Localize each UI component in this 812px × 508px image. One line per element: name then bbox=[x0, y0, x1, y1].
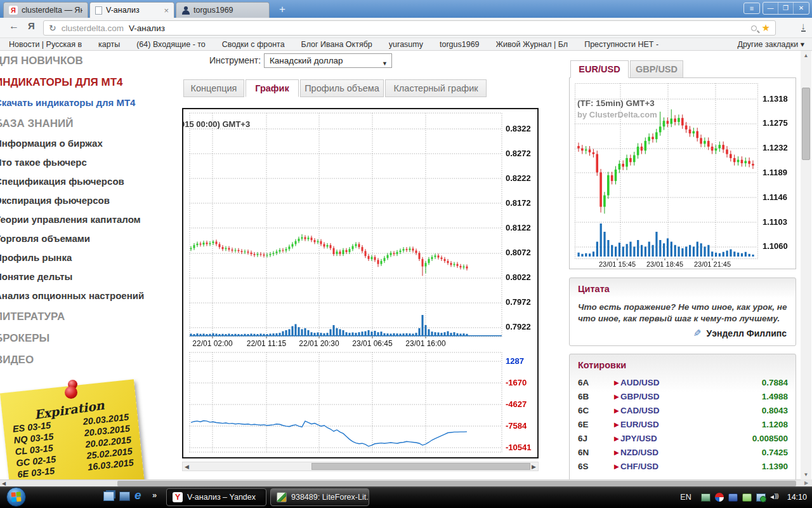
bookmark-item[interactable]: Сводки с фронта bbox=[222, 40, 285, 49]
pair-link[interactable]: AUD/USD bbox=[620, 378, 660, 387]
close-icon[interactable]: × bbox=[164, 6, 169, 15]
bookmark-item[interactable]: карты bbox=[98, 40, 120, 49]
tray-antivirus-icon[interactable] bbox=[715, 493, 724, 502]
bookmark-item[interactable]: Живой Журнал | Бл bbox=[496, 40, 568, 49]
sidebar-item[interactable]: Понятие дельты bbox=[0, 270, 179, 284]
reload-icon[interactable]: ↻ bbox=[49, 23, 56, 33]
internet-explorer-icon[interactable]: e bbox=[134, 490, 145, 500]
search-icon[interactable] bbox=[751, 25, 757, 31]
start-button[interactable] bbox=[6, 487, 26, 507]
quote-text: Что есть поражение? Не что иное, как уро… bbox=[570, 294, 796, 324]
scroll-right-icon[interactable]: ▶ bbox=[532, 463, 536, 471]
tab-title: clusterdelta — Яндекс bbox=[22, 6, 82, 15]
new-tab-button[interactable]: + bbox=[274, 3, 291, 17]
instrument-value: Канадский доллар bbox=[270, 56, 343, 65]
bookmark-star-icon[interactable]: ★ bbox=[762, 22, 770, 34]
tab-gbpusd[interactable]: GBP/USD bbox=[630, 60, 683, 78]
bookmark-item[interactable]: Преступности НЕТ - bbox=[584, 40, 658, 49]
chevron-right-icon[interactable]: » bbox=[152, 490, 157, 500]
pair-link[interactable]: CAD/USD bbox=[620, 406, 660, 415]
sidebar-item[interactable]: Спецификация фьючерсов bbox=[0, 175, 179, 189]
tray-app-icon[interactable] bbox=[728, 493, 738, 502]
right-arrow-icon: ▶ bbox=[614, 421, 619, 428]
language-indicator[interactable]: EN bbox=[680, 493, 691, 502]
pair-link[interactable]: NZD/USD bbox=[620, 448, 658, 457]
pair-link[interactable]: JPY/USD bbox=[620, 434, 657, 443]
yandex-home-icon[interactable]: Я bbox=[28, 20, 35, 31]
bookmark-item[interactable]: yurasumy bbox=[389, 40, 423, 49]
browser-tab-3[interactable]: torgus1969 bbox=[176, 2, 270, 18]
quotes-panel: Котировки 6A▶AUD/USD0.78846B▶GBP/USD1.49… bbox=[569, 354, 796, 479]
quote-row: 6N▶NZD/USD0.7425 bbox=[570, 448, 796, 462]
tray-network-icon[interactable] bbox=[756, 493, 766, 502]
right-arrow-icon: ▶ bbox=[614, 449, 619, 456]
instrument-select[interactable]: Канадский доллар ▼ bbox=[264, 53, 392, 68]
page-horizontal-scrollbar[interactable]: ◀ bbox=[0, 479, 801, 486]
pair-value: 0.008500 bbox=[752, 434, 788, 443]
content-tab-3[interactable]: Профиль объема bbox=[300, 79, 384, 97]
scroll-up-icon[interactable]: ▲ bbox=[801, 51, 811, 61]
quote-panel: Цитата Что есть поражение? Не что иное, … bbox=[569, 277, 796, 346]
scroll-down-icon[interactable]: ▼ bbox=[801, 470, 811, 480]
chart-horizontal-scrollbar[interactable]: ◀ ▶ bbox=[182, 462, 539, 471]
sidebar-item[interactable]: Теории управления капиталом bbox=[0, 213, 179, 227]
menu-icon[interactable]: ≡ bbox=[743, 3, 760, 14]
sidebar-item: ЛИТЕРАТУРА bbox=[0, 309, 179, 324]
browser-tab-1[interactable]: Я clusterdelta — Яндекс bbox=[3, 2, 88, 18]
instrument-label: Инструмент: bbox=[209, 55, 261, 65]
other-bookmarks-button[interactable]: Другие закладки ▾ bbox=[737, 39, 804, 49]
maximize-button[interactable]: ❐ bbox=[778, 3, 794, 14]
right-arrow-icon: ▶ bbox=[614, 407, 619, 414]
tab-eurusd[interactable]: EUR/USD bbox=[570, 60, 629, 78]
sidebar-item[interactable]: Анализ опционных настроений bbox=[0, 289, 179, 303]
url-domain: clusterdelta.com bbox=[62, 23, 124, 33]
sidebar-item[interactable]: Экспирация фьючерсов bbox=[0, 194, 179, 208]
scrollbar-thumb[interactable] bbox=[311, 463, 530, 470]
tray-power-icon[interactable] bbox=[742, 493, 752, 502]
content-tab-4[interactable]: Кластерный график bbox=[385, 79, 487, 97]
taskbar-button-liteforex[interactable]: 938489: LiteForex-Lit... bbox=[270, 488, 369, 506]
address-bar[interactable]: ↻ clusterdelta.com V-анализ ★ bbox=[43, 20, 776, 36]
yandex-favicon: Я bbox=[9, 6, 18, 15]
sidebar-item[interactable]: Профиль рынка bbox=[0, 251, 179, 265]
taskbar-button-yandex[interactable]: Y V-анализ – Yandex bbox=[166, 488, 266, 506]
tray-volume-icon[interactable] bbox=[770, 493, 780, 502]
pair-link[interactable]: EUR/USD bbox=[620, 420, 659, 429]
show-desktop-icon[interactable] bbox=[119, 491, 130, 501]
content-tab-1[interactable]: Концепция bbox=[183, 79, 244, 97]
browser-tab-2-active[interactable]: V-анализ × bbox=[89, 2, 174, 18]
tray-monitor-icon[interactable] bbox=[701, 493, 710, 502]
liteforex-icon bbox=[277, 492, 287, 502]
close-window-button[interactable]: ✕ bbox=[794, 3, 809, 14]
quick-launch-windows-icon[interactable] bbox=[103, 491, 114, 501]
bookmark-item[interactable]: torgus1969 bbox=[440, 40, 480, 49]
sidebar-item[interactable]: Скачать индикаторы для МТ4 bbox=[0, 96, 179, 110]
downloads-icon[interactable]: ↓ bbox=[801, 22, 806, 32]
sidebar-item[interactable]: Информация о биржах bbox=[0, 137, 179, 150]
scroll-left-icon[interactable]: ◀ bbox=[185, 463, 189, 471]
bookmark-item[interactable]: (64) Входящие - то bbox=[136, 40, 206, 49]
pair-link[interactable]: GBP/USD bbox=[620, 392, 660, 401]
minimize-button[interactable]: — bbox=[763, 3, 778, 14]
right-arrow-icon: ▶ bbox=[614, 393, 619, 400]
sidebar-menu: ДЛЯ НОВИЧКОВИНДИКАТОРЫ ДЛЯ МТ4Скачать ин… bbox=[0, 52, 179, 368]
back-icon[interactable]: ← bbox=[9, 20, 19, 32]
scrollbar-thumb[interactable] bbox=[802, 88, 810, 160]
page-vertical-scrollbar[interactable]: ▲ ▼ bbox=[801, 51, 811, 480]
pair-link[interactable]: CHF/USD bbox=[620, 462, 658, 471]
quote-row: 6E▶EUR/USD1.1208 bbox=[570, 420, 796, 434]
bookmark-item[interactable]: Новости | Русская в bbox=[9, 40, 82, 49]
eurusd-chart-canvas[interactable] bbox=[570, 78, 796, 269]
sidebar-item[interactable]: Торговля объемами bbox=[0, 232, 179, 246]
yandex-icon: Y bbox=[173, 492, 183, 502]
tab-title: V-анализ bbox=[106, 6, 140, 15]
quote-row: 6J▶JPY/USD0.008500 bbox=[570, 434, 796, 448]
tab-title: torgus1969 bbox=[193, 6, 233, 15]
bookmark-item[interactable]: Блог Ивана Октябр bbox=[301, 40, 372, 49]
scrollbar-thumb[interactable] bbox=[117, 481, 796, 486]
instrument-code: 6B bbox=[578, 392, 589, 401]
quote-row: 6B▶GBP/USD1.4988 bbox=[570, 392, 796, 406]
sidebar-item[interactable]: Что такое фьючерс bbox=[0, 156, 179, 170]
content-tab-2[interactable]: График bbox=[246, 79, 299, 97]
cad-chart-canvas[interactable] bbox=[183, 109, 537, 457]
